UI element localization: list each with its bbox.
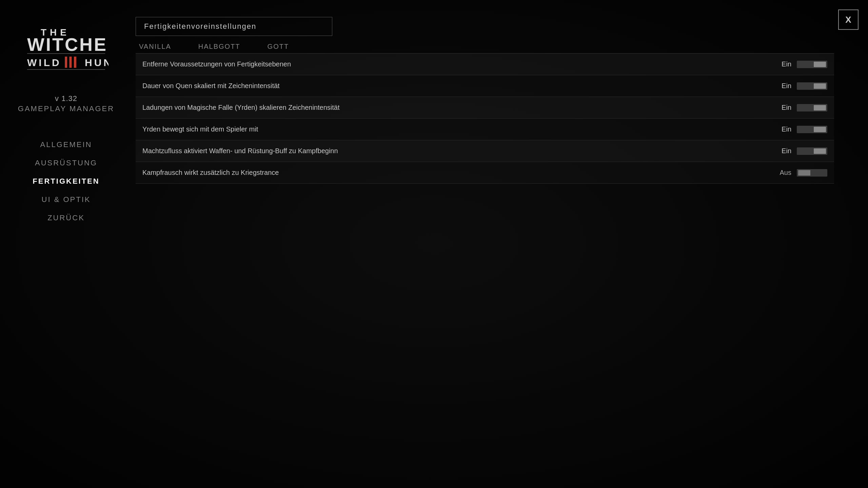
close-button[interactable]: X xyxy=(838,9,859,30)
setting-controls: Ein xyxy=(778,125,827,133)
sidebar: THE WITCHER WILD III HUNT v 1.32 GAMEPLA… xyxy=(0,0,132,488)
setting-value: Ein xyxy=(778,104,791,111)
toggle-knob xyxy=(814,127,826,132)
setting-controls: Ein xyxy=(778,147,827,155)
toggle-switch[interactable] xyxy=(797,82,827,90)
setting-label: Kampfrausch wirkt zusätzlich zu Kriegstr… xyxy=(142,169,778,177)
preset-tab-vanilla[interactable]: VANILLA xyxy=(139,43,171,53)
setting-label: Machtzufluss aktiviert Waffen- und Rüstu… xyxy=(142,147,778,155)
nav-item-ui-optik[interactable]: UI & OPTIK xyxy=(42,195,91,204)
svg-text:WILD: WILD xyxy=(27,57,61,68)
svg-text:III: III xyxy=(64,53,77,71)
witcher-logo: THE WITCHER WILD III HUNT xyxy=(24,20,108,92)
toggle-switch[interactable] xyxy=(797,61,827,68)
toggle-switch[interactable] xyxy=(797,147,827,155)
header-title: Fertigkeitenvoreinstellungen xyxy=(144,22,256,30)
setting-value: Ein xyxy=(778,60,791,68)
header-box: Fertigkeitenvoreinstellungen xyxy=(136,17,332,36)
toggle-knob xyxy=(814,62,826,67)
setting-controls: Aus xyxy=(778,169,827,177)
svg-text:HUNT: HUNT xyxy=(85,57,108,68)
table-row: Yrden bewegt sich mit dem Spieler mit Ei… xyxy=(136,119,834,140)
toggle-switch[interactable] xyxy=(797,126,827,133)
preset-tabs: VANILLA HALBGOTT GOTT xyxy=(136,43,834,53)
main-content: Fertigkeitenvoreinstellungen VANILLA HAL… xyxy=(132,0,868,488)
setting-label: Entferne Voraussetzungen von Fertigkeits… xyxy=(142,60,778,68)
toggle-knob xyxy=(798,170,810,176)
setting-label: Yrden bewegt sich mit dem Spieler mit xyxy=(142,125,778,133)
version-label: v 1.32 xyxy=(55,94,77,103)
setting-label: Dauer von Quen skaliert mit Zeicheninten… xyxy=(142,82,778,90)
logo-container: THE WITCHER WILD III HUNT v 1.32 GAMEPLA… xyxy=(18,20,114,113)
toggle-knob xyxy=(814,105,826,110)
setting-value: Ein xyxy=(778,125,791,133)
close-icon: X xyxy=(845,15,851,25)
table-row: Ladungen von Magische Falle (Yrden) skal… xyxy=(136,97,834,119)
setting-value: Ein xyxy=(778,82,791,90)
subtitle-label: GAMEPLAY MANAGER xyxy=(18,104,114,113)
table-row: Machtzufluss aktiviert Waffen- und Rüstu… xyxy=(136,140,834,162)
setting-value: Ein xyxy=(778,147,791,155)
nav-item-fertigkeiten[interactable]: FERTIGKEITEN xyxy=(33,177,99,186)
toggle-switch[interactable] xyxy=(797,169,827,177)
toggle-knob xyxy=(814,148,826,154)
setting-controls: Ein xyxy=(778,60,827,68)
table-row: Kampfrausch wirkt zusätzlich zu Kriegstr… xyxy=(136,162,834,184)
settings-list: Entferne Voraussetzungen von Fertigkeits… xyxy=(136,53,834,184)
nav-menu: ALLGEMEIN AUSRÜSTUNG FERTIGKEITEN UI & O… xyxy=(0,140,132,222)
setting-controls: Ein xyxy=(778,104,827,111)
setting-label: Ladungen von Magische Falle (Yrden) skal… xyxy=(142,104,778,111)
nav-item-allgemein[interactable]: ALLGEMEIN xyxy=(40,140,92,149)
setting-controls: Ein xyxy=(778,82,827,90)
toggle-switch[interactable] xyxy=(797,104,827,111)
app-container: THE WITCHER WILD III HUNT v 1.32 GAMEPLA… xyxy=(0,0,868,488)
svg-text:WITCHER: WITCHER xyxy=(27,34,108,55)
nav-item-zurueck[interactable]: ZURÜCK xyxy=(47,214,85,222)
preset-tab-gott[interactable]: GOTT xyxy=(268,43,289,53)
table-row: Entferne Voraussetzungen von Fertigkeits… xyxy=(136,54,834,75)
nav-item-ausruestung[interactable]: AUSRÜSTUNG xyxy=(35,159,97,167)
table-row: Dauer von Quen skaliert mit Zeicheninten… xyxy=(136,75,834,97)
toggle-knob xyxy=(814,83,826,89)
setting-value: Aus xyxy=(778,169,791,177)
preset-tab-halbgott[interactable]: HALBGOTT xyxy=(198,43,240,53)
